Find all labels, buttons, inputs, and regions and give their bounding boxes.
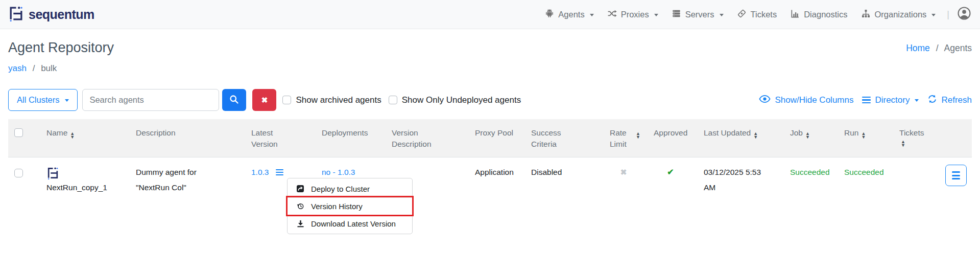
sort-icon[interactable] bbox=[753, 132, 758, 139]
chevron-down-icon bbox=[931, 14, 936, 16]
sort-icon[interactable] bbox=[805, 132, 810, 139]
col-rate-limit[interactable]: Rate Limit bbox=[610, 127, 633, 150]
nav-proxies[interactable]: Proxies bbox=[607, 9, 658, 20]
nav-diagnostics[interactable]: Diagnostics bbox=[790, 9, 847, 20]
navbar-divider: | bbox=[947, 9, 949, 20]
col-approved: Approved bbox=[654, 127, 687, 139]
directory-label: Directory bbox=[875, 95, 910, 105]
breadcrumb-home-link[interactable]: Home bbox=[906, 43, 930, 53]
directory-dropdown[interactable]: Directory bbox=[862, 95, 919, 105]
download-icon bbox=[295, 220, 305, 228]
col-last-updated[interactable]: Last Updated bbox=[704, 127, 751, 139]
approved-check-icon: ✔ bbox=[667, 168, 674, 176]
folder-owner-link[interactable]: yash bbox=[8, 63, 27, 73]
col-run[interactable]: Run bbox=[844, 127, 858, 139]
table-header-row: Name Description Latest Version Deployme… bbox=[8, 119, 972, 157]
brand-logo[interactable]: sequentum bbox=[8, 6, 94, 24]
show-undeployed-label: Show Only Undeployed agents bbox=[402, 95, 521, 105]
latest-version-link[interactable]: 1.0.3 bbox=[251, 165, 269, 180]
show-archived-checkbox[interactable] bbox=[282, 96, 291, 104]
folder-current: bulk bbox=[41, 63, 57, 73]
user-circle-icon bbox=[957, 6, 972, 23]
nav-servers-label: Servers bbox=[685, 10, 714, 19]
nav-diagnostics-label: Diagnostics bbox=[804, 10, 847, 19]
nav-organizations[interactable]: Organizations bbox=[861, 9, 936, 20]
refresh-button[interactable]: Refresh bbox=[927, 94, 972, 106]
tickets-menu-button[interactable] bbox=[945, 165, 967, 186]
clear-search-button[interactable] bbox=[252, 89, 276, 111]
nav-proxies-label: Proxies bbox=[621, 10, 649, 19]
rate-limit-none-icon: ✖ bbox=[620, 168, 627, 176]
user-avatar-button[interactable] bbox=[957, 6, 972, 23]
show-hide-columns-link[interactable]: Show/Hide Columns bbox=[759, 95, 853, 106]
show-archived-label: Show archived agents bbox=[296, 95, 381, 105]
page-title: Agent Repository bbox=[8, 39, 114, 56]
sort-icon[interactable] bbox=[901, 140, 972, 147]
menu-item-download-latest[interactable]: Download Latest Version bbox=[288, 215, 412, 232]
chevron-down-icon bbox=[915, 99, 919, 102]
breadcrumb-current: Agents bbox=[944, 43, 972, 53]
sort-icon[interactable] bbox=[70, 132, 75, 139]
col-name[interactable]: Name bbox=[46, 127, 67, 139]
deploy-icon bbox=[295, 185, 305, 193]
last-updated-value: 03/12/2025 5:53 AM bbox=[704, 165, 770, 195]
search-button[interactable] bbox=[222, 89, 246, 111]
menu-item-label: Deploy to Cluster bbox=[311, 185, 370, 193]
history-icon bbox=[295, 202, 305, 211]
sort-icon[interactable] bbox=[861, 132, 866, 139]
menu-item-label: Download Latest Version bbox=[311, 219, 396, 228]
sitemap-icon bbox=[861, 9, 871, 20]
col-tickets[interactable]: Tickets bbox=[899, 127, 924, 139]
nav-servers[interactable]: Servers bbox=[672, 9, 724, 20]
eye-icon bbox=[759, 95, 771, 106]
all-clusters-dropdown[interactable]: All Clusters bbox=[8, 89, 78, 111]
bar-chart-icon bbox=[790, 9, 800, 20]
success-criteria-value: Disabled bbox=[531, 168, 562, 176]
nav-organizations-label: Organizations bbox=[875, 10, 927, 19]
run-status[interactable]: Succeeded bbox=[844, 168, 884, 176]
close-icon bbox=[261, 96, 268, 105]
agent-description: Dummy agent for "NextRun Col" bbox=[136, 165, 213, 195]
refresh-icon bbox=[927, 94, 937, 106]
nav-tickets[interactable]: Tickets bbox=[737, 9, 777, 20]
job-status[interactable]: Succeeded bbox=[790, 168, 830, 176]
agent-name[interactable]: NextRun_copy_1 bbox=[46, 180, 128, 195]
col-job[interactable]: Job bbox=[790, 127, 803, 139]
agents-table: Name Description Latest Version Deployme… bbox=[8, 119, 972, 234]
breadcrumb: Home / Agents bbox=[906, 39, 972, 54]
breadcrumb-separator: / bbox=[936, 43, 939, 53]
col-description: Description bbox=[136, 127, 176, 139]
col-success-criteria: Success Criteria bbox=[531, 127, 568, 150]
server-icon bbox=[672, 9, 681, 20]
col-proxy-pool: Proxy Pool bbox=[475, 127, 513, 139]
sort-icon[interactable] bbox=[636, 132, 640, 139]
chevron-down-icon bbox=[65, 99, 69, 102]
version-menu-button[interactable] bbox=[276, 168, 283, 177]
agent-file-icon bbox=[46, 165, 128, 180]
search-icon bbox=[229, 94, 240, 106]
col-latest-version: Latest Version bbox=[251, 127, 282, 150]
menu-icon bbox=[862, 97, 871, 104]
nav-tickets-label: Tickets bbox=[751, 10, 777, 19]
menu-item-version-history[interactable]: Version History bbox=[288, 197, 412, 215]
proxy-pool-value: Application bbox=[475, 168, 514, 176]
nav-agents[interactable]: Agents bbox=[545, 9, 593, 20]
brand-name: sequentum bbox=[29, 7, 94, 22]
deployments-link[interactable]: no - 1.0.3 bbox=[322, 168, 355, 176]
chevron-down-icon bbox=[720, 14, 724, 16]
shuffle-icon bbox=[607, 9, 617, 20]
row-checkbox[interactable] bbox=[14, 169, 23, 177]
ticket-icon bbox=[737, 9, 747, 20]
search-input[interactable] bbox=[82, 89, 219, 111]
sequentum-mark-icon bbox=[8, 6, 24, 24]
select-all-checkbox[interactable] bbox=[14, 128, 23, 137]
menu-item-deploy-to-cluster[interactable]: Deploy to Cluster bbox=[288, 180, 412, 197]
top-navbar: sequentum Agents bbox=[0, 0, 980, 29]
chevron-down-icon bbox=[590, 14, 594, 16]
all-clusters-label: All Clusters bbox=[17, 95, 59, 105]
folder-path: yash / bulk bbox=[0, 56, 980, 74]
show-undeployed-checkbox[interactable] bbox=[389, 96, 397, 104]
col-deployments: Deployments bbox=[322, 127, 368, 139]
show-hide-columns-label: Show/Hide Columns bbox=[775, 95, 853, 105]
version-context-menu: Deploy to Cluster Version History bbox=[287, 178, 413, 234]
